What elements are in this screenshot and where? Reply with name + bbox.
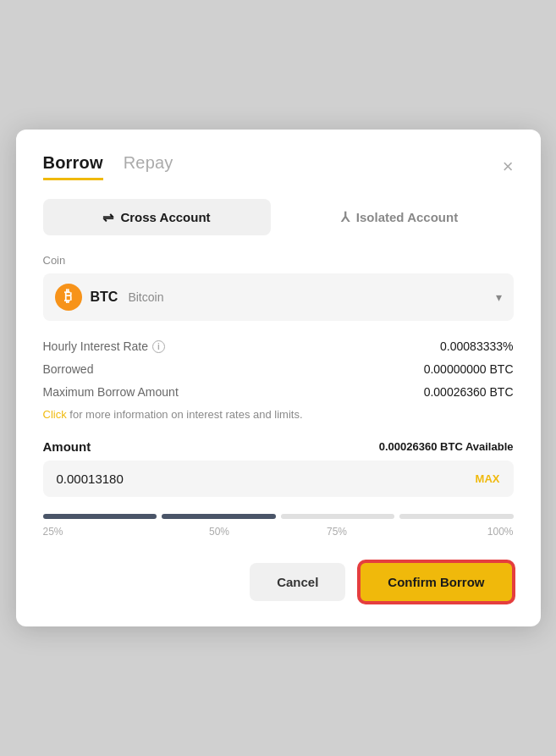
slider-segment-75[interactable] bbox=[281, 514, 395, 519]
amount-label: Amount bbox=[43, 439, 91, 454]
isolated-account-button[interactable]: ⅄ Isolated Account bbox=[286, 199, 514, 235]
interest-rate-label: Hourly Interest Rate i bbox=[43, 339, 166, 353]
isolated-account-label: Isolated Account bbox=[356, 210, 458, 224]
percent-row: 25% 50% 75% 100% bbox=[43, 526, 514, 538]
tab-repay[interactable]: Repay bbox=[124, 153, 173, 180]
btc-icon: ₿ bbox=[55, 284, 82, 311]
btc-available: 0.00026360 BTC Available bbox=[379, 440, 514, 453]
slider-row[interactable] bbox=[43, 514, 514, 519]
action-row: Cancel Confirm Borrow bbox=[43, 561, 514, 603]
max-borrow-value: 0.00026360 BTC bbox=[424, 385, 514, 399]
tab-borrow[interactable]: Borrow bbox=[43, 153, 103, 180]
interest-rate-value: 0.00083333% bbox=[440, 339, 513, 353]
coin-select[interactable]: ₿ BTC Bitcoin ▾ bbox=[43, 273, 514, 321]
confirm-borrow-button[interactable]: Confirm Borrow bbox=[359, 561, 513, 603]
cross-account-button[interactable]: ⇌ Cross Account bbox=[43, 199, 271, 235]
pct-25: 25% bbox=[43, 526, 161, 538]
cross-account-icon: ⇌ bbox=[102, 209, 113, 225]
info-icon[interactable]: i bbox=[152, 340, 165, 353]
click-note-rest: for more information on interest rates a… bbox=[67, 408, 303, 421]
pct-50: 50% bbox=[161, 526, 278, 538]
click-note: Click for more information on interest r… bbox=[43, 408, 514, 421]
coin-symbol: BTC bbox=[91, 290, 118, 305]
modal-header: Borrow Repay × bbox=[43, 153, 514, 180]
pct-100: 100% bbox=[396, 526, 514, 538]
max-button[interactable]: MAX bbox=[476, 472, 500, 485]
borrowed-label: Borrowed bbox=[43, 362, 94, 376]
cross-account-label: Cross Account bbox=[120, 210, 210, 224]
amount-input-value: 0.00013180 bbox=[57, 472, 124, 486]
amount-input-row[interactable]: 0.00013180 MAX bbox=[43, 461, 514, 497]
borrowed-row: Borrowed 0.00000000 BTC bbox=[43, 362, 514, 376]
borrow-modal: Borrow Repay × ⇌ Cross Account ⅄ Isolate… bbox=[16, 130, 541, 626]
account-type-row: ⇌ Cross Account ⅄ Isolated Account bbox=[43, 199, 514, 235]
slider-segment-50[interactable] bbox=[162, 514, 276, 519]
pct-75: 75% bbox=[278, 526, 396, 538]
amount-header: Amount 0.00026360 BTC Available bbox=[43, 439, 514, 454]
btc-icon-letter: ₿ bbox=[64, 289, 72, 306]
cancel-button[interactable]: Cancel bbox=[250, 563, 345, 601]
max-borrow-row: Maximum Borrow Amount 0.00026360 BTC bbox=[43, 385, 514, 399]
coin-left: ₿ BTC Bitcoin bbox=[55, 284, 164, 311]
slider-segment-25[interactable] bbox=[43, 514, 157, 519]
interest-rate-row: Hourly Interest Rate i 0.00083333% bbox=[43, 339, 514, 353]
borrowed-value: 0.00000000 BTC bbox=[424, 362, 514, 376]
tabs-row: Borrow Repay bbox=[43, 153, 173, 180]
available-amount: 0.00026360 bbox=[379, 440, 438, 453]
coin-name: Bitcoin bbox=[128, 290, 163, 304]
available-currency: BTC Available bbox=[440, 440, 513, 453]
coin-section-label: Coin bbox=[43, 254, 514, 267]
isolated-account-icon: ⅄ bbox=[341, 209, 350, 225]
click-link[interactable]: Click bbox=[43, 408, 67, 421]
chevron-down-icon: ▾ bbox=[496, 290, 502, 304]
max-borrow-label: Maximum Borrow Amount bbox=[43, 385, 179, 399]
slider-segment-100[interactable] bbox=[399, 514, 514, 519]
close-button[interactable]: × bbox=[503, 157, 514, 176]
